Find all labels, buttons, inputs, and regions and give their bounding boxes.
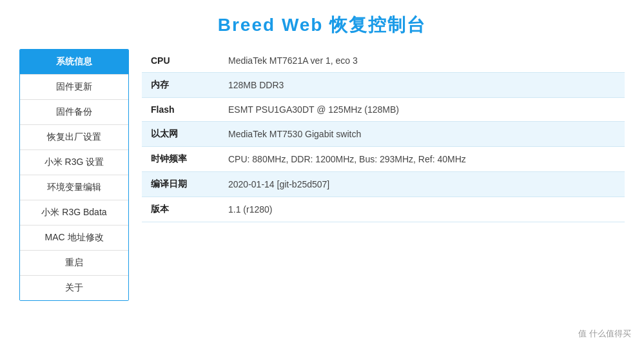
table-cell-value: MediaTek MT7621A ver 1, eco 3 <box>219 49 625 73</box>
table-cell-label: 版本 <box>142 197 219 222</box>
main-layout: 系统信息固件更新固件备份恢复出厂设置小米 R3G 设置环境变量编辑小米 R3G … <box>0 49 644 314</box>
table-cell-value: 1.1 (r1280) <box>219 197 625 222</box>
table-cell-value: 128MB DDR3 <box>219 73 625 98</box>
sidebar-item-5[interactable]: 环境变量编辑 <box>20 175 128 200</box>
sidebar-item-7[interactable]: MAC 地址修改 <box>20 226 128 251</box>
sidebar-item-8[interactable]: 重启 <box>20 251 128 276</box>
table-cell-value: CPU: 880MHz, DDR: 1200MHz, Bus: 293MHz, … <box>219 147 625 172</box>
table-row: 版本1.1 (r1280) <box>142 197 625 222</box>
table-cell-label: CPU <box>142 49 219 73</box>
sidebar: 系统信息固件更新固件备份恢复出厂设置小米 R3G 设置环境变量编辑小米 R3G … <box>19 49 129 301</box>
table-cell-label: 内存 <box>142 73 219 98</box>
page-title: Breed Web 恢复控制台 <box>0 0 644 49</box>
sidebar-item-0[interactable]: 系统信息 <box>20 50 128 75</box>
info-table: CPUMediaTek MT7621A ver 1, eco 3内存128MB … <box>142 49 625 222</box>
table-cell-label: 时钟频率 <box>142 147 219 172</box>
table-cell-label: 以太网 <box>142 122 219 147</box>
sidebar-item-9[interactable]: 关于 <box>20 276 128 300</box>
sidebar-item-4[interactable]: 小米 R3G 设置 <box>20 150 128 175</box>
table-row: 以太网MediaTek MT7530 Gigabit switch <box>142 122 625 147</box>
table-row: 内存128MB DDR3 <box>142 73 625 98</box>
sidebar-item-2[interactable]: 固件备份 <box>20 100 128 125</box>
sidebar-item-1[interactable]: 固件更新 <box>20 75 128 100</box>
table-row: CPUMediaTek MT7621A ver 1, eco 3 <box>142 49 625 73</box>
table-row: 时钟频率CPU: 880MHz, DDR: 1200MHz, Bus: 293M… <box>142 147 625 172</box>
table-cell-value: MediaTek MT7530 Gigabit switch <box>219 122 625 147</box>
table-cell-label: Flash <box>142 98 219 122</box>
watermark: 值 什么值得买 <box>578 328 631 340</box>
table-cell-value: ESMT PSU1GA30DT @ 125MHz (128MB) <box>219 98 625 122</box>
table-cell-value: 2020-01-14 [git-b25d507] <box>219 172 625 197</box>
sidebar-item-6[interactable]: 小米 R3G Bdata <box>20 200 128 226</box>
table-row: 编译日期2020-01-14 [git-b25d507] <box>142 172 625 197</box>
table-cell-label: 编译日期 <box>142 172 219 197</box>
sidebar-item-3[interactable]: 恢复出厂设置 <box>20 125 128 150</box>
table-row: FlashESMT PSU1GA30DT @ 125MHz (128MB) <box>142 98 625 122</box>
content-area: CPUMediaTek MT7621A ver 1, eco 3内存128MB … <box>142 49 625 301</box>
